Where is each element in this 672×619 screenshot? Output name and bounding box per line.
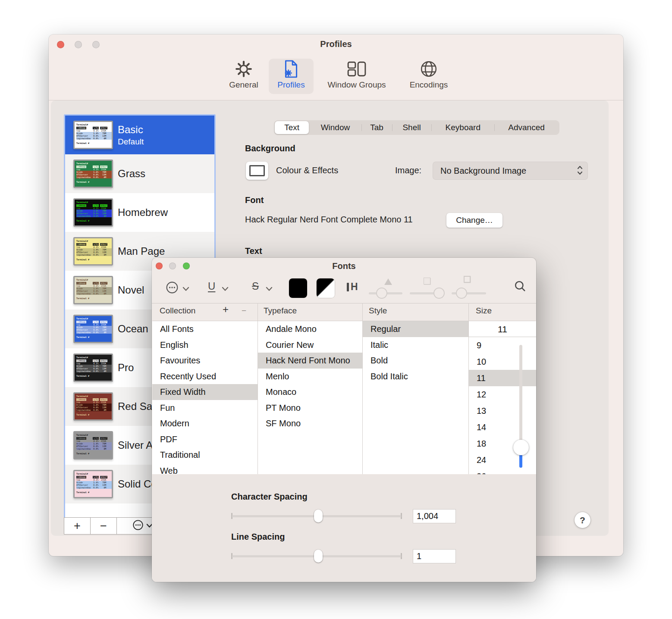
chevron-down-icon[interactable] xyxy=(222,285,229,293)
typeface-item-sf-mono[interactable]: SF Mono xyxy=(258,416,362,431)
toolbar-item-general[interactable]: General xyxy=(225,59,263,94)
size-header: Size xyxy=(476,306,492,316)
image-select-value: No Background Image xyxy=(440,166,526,176)
collection-item-modern[interactable]: Modern xyxy=(152,416,257,431)
search-icon[interactable] xyxy=(514,280,526,294)
typeface-item-andale-mono[interactable]: Andale Mono xyxy=(258,321,362,337)
profile-thumbnail: Terminal#COMMAND %CPU RPRVTtop 4.1% 231K… xyxy=(73,315,113,343)
collection-item-fun[interactable]: Fun xyxy=(152,400,257,416)
tab-window[interactable]: Window xyxy=(309,121,361,134)
remove-profile-button[interactable]: − xyxy=(91,518,117,534)
chevron-down-icon[interactable] xyxy=(266,285,273,293)
toolbar-item-encodings[interactable]: Encodings xyxy=(403,59,454,94)
collection-item-favourites[interactable]: Favourites xyxy=(152,353,257,369)
shadow-blur-icon xyxy=(424,278,430,284)
size-slider-fill xyxy=(519,453,522,468)
toolbar-label: Profiles xyxy=(277,80,305,90)
size-item-10[interactable]: 10 xyxy=(469,353,536,370)
size-item-14[interactable]: 14 xyxy=(469,419,536,435)
size-input[interactable]: 11 xyxy=(469,321,536,337)
collection-item-traditional[interactable]: Traditional xyxy=(152,447,257,463)
tab-text[interactable]: Text xyxy=(275,121,309,134)
style-item-bold-italic[interactable]: Bold Italic xyxy=(363,369,468,385)
size-item-13[interactable]: 13 xyxy=(469,403,536,419)
style-item-regular[interactable]: Regular xyxy=(363,321,468,337)
collection-item-web[interactable]: Web xyxy=(152,463,257,475)
tab-advanced[interactable]: Advanced xyxy=(494,121,559,134)
typeface-item-courier-new[interactable]: Courier New xyxy=(258,337,362,353)
profile-thumbnail: Terminal#COMMAND %CPU RPRVTtop 4.1% 231K… xyxy=(73,237,113,266)
ellipsis-circle-icon xyxy=(132,519,144,532)
typeface-item-hack-nerd-font-mono[interactable]: Hack Nerd Font Mono xyxy=(258,353,362,369)
line-spacing-thumb[interactable] xyxy=(314,550,323,563)
profile-thumbnail: Terminal#COMMAND %CPU RPRVTtop 4.1% 231K… xyxy=(73,121,113,149)
profile-name: Basic xyxy=(118,124,144,136)
size-item-24[interactable]: 24 xyxy=(469,452,536,468)
typeface-item-menlo[interactable]: Menlo xyxy=(258,369,362,385)
colour-effects-label: Colour & Effects xyxy=(276,166,338,175)
tab-keyboard[interactable]: Keyboard xyxy=(431,121,494,134)
shadow-offset-thumb[interactable] xyxy=(456,288,467,299)
profile-subtitle: Default xyxy=(118,137,144,147)
size-item-12[interactable]: 12 xyxy=(469,386,536,403)
profile-thumbnail: Terminal#COMMAND %CPU RPRVTtop 4.1% 231K… xyxy=(73,198,113,227)
collection-item-recently-used[interactable]: Recently Used xyxy=(152,369,257,385)
profile-row-grass[interactable]: Terminal#COMMAND %CPU RPRVTtop 4.1% 231K… xyxy=(65,154,214,193)
help-button[interactable]: ? xyxy=(575,512,590,528)
typeface-item-pt-mono[interactable]: PT Mono xyxy=(258,400,362,416)
shadow-h-glyph: H xyxy=(351,281,358,293)
shadow-blur-thumb[interactable] xyxy=(433,288,445,299)
size-slider-thumb[interactable] xyxy=(513,440,529,455)
profile-name: Ocean xyxy=(118,323,148,335)
toolbar-label: Window Groups xyxy=(327,80,386,90)
profile-label: Homebrew xyxy=(118,193,168,232)
spacing-section: Character Spacing 1,004 Line Spacing 1 xyxy=(152,474,536,582)
typeface-item-monaco[interactable]: Monaco xyxy=(258,384,362,400)
character-spacing-thumb[interactable] xyxy=(314,510,323,522)
character-spacing-label: Character Spacing xyxy=(231,492,308,502)
change-font-button[interactable]: Change… xyxy=(446,213,502,228)
style-list: RegularItalicBoldBold Italic xyxy=(363,321,468,474)
toolbar-item-window-groups[interactable]: Window Groups xyxy=(320,59,394,94)
size-item-11[interactable]: 11 xyxy=(469,370,536,386)
profile-label: Ocean xyxy=(118,310,148,348)
line-spacing-value[interactable]: 1 xyxy=(413,549,456,563)
profile-row-basic[interactable]: Terminal#COMMAND %CPU RPRVTtop 4.1% 231K… xyxy=(65,116,214,154)
profile-name: Novel xyxy=(118,284,144,296)
shadow-opacity-thumb[interactable] xyxy=(376,288,387,299)
collection-item-fixed-width[interactable]: Fixed Width xyxy=(152,384,257,400)
size-item-36[interactable]: 36 xyxy=(469,468,536,474)
collection-item-all-fonts[interactable]: All Fonts xyxy=(152,321,257,337)
collection-item-pdf[interactable]: PDF xyxy=(152,431,257,447)
background-image-select[interactable]: No Background Image xyxy=(433,162,588,180)
profile-label: Grass xyxy=(118,154,145,193)
shadow-offset-icon xyxy=(464,276,471,283)
profile-thumbnail: Terminal#COMMAND %CPU RPRVTtop 4.1% 231K… xyxy=(73,353,113,382)
image-label: Image: xyxy=(395,166,421,175)
style-item-italic[interactable]: Italic xyxy=(363,337,468,353)
profile-thumbnail: Terminal#COMMAND %CPU RPRVTtop 4.1% 231K… xyxy=(73,276,113,304)
fonts-window-title: Fonts xyxy=(152,261,536,271)
style-item-bold[interactable]: Bold xyxy=(363,353,468,369)
tab-tab[interactable]: Tab xyxy=(361,121,392,134)
underline-button[interactable]: U xyxy=(208,280,215,292)
background-colour-swatch-button[interactable] xyxy=(246,162,268,180)
remove-collection-button[interactable]: − xyxy=(242,306,246,316)
character-spacing-value[interactable]: 1,004 xyxy=(413,509,456,523)
add-profile-button[interactable]: + xyxy=(64,518,91,534)
actions-menu-button[interactable] xyxy=(166,281,179,296)
profile-label: Novel xyxy=(118,271,144,310)
profile-label: BasicDefault xyxy=(118,116,144,154)
toolbar-item-profiles[interactable]: Profiles xyxy=(269,59,314,94)
document-color-swatch-button[interactable] xyxy=(317,278,335,298)
size-item-9[interactable]: 9 xyxy=(469,337,536,353)
text-shadow-button[interactable]: H xyxy=(347,281,358,293)
profile-row-homebrew[interactable]: Terminal#COMMAND %CPU RPRVTtop 4.1% 231K… xyxy=(65,193,214,232)
strikethrough-button[interactable]: S xyxy=(252,280,259,292)
text-color-swatch-button[interactable] xyxy=(289,278,307,298)
profile-thumbnail: Terminal#COMMAND %CPU RPRVTtop 4.1% 231K… xyxy=(73,392,113,421)
add-collection-button[interactable]: + xyxy=(223,303,229,316)
collection-item-english[interactable]: English xyxy=(152,337,257,353)
tab-shell[interactable]: Shell xyxy=(392,121,432,134)
current-font-name: Hack Regular Nerd Font Complete Mono 11 xyxy=(245,215,413,225)
